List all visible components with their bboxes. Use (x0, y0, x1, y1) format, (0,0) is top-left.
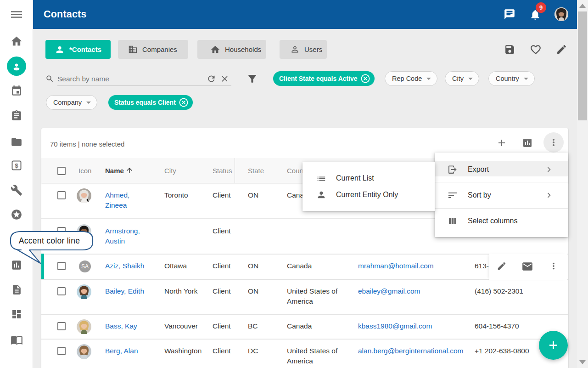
svg-text:$: $ (15, 162, 18, 169)
